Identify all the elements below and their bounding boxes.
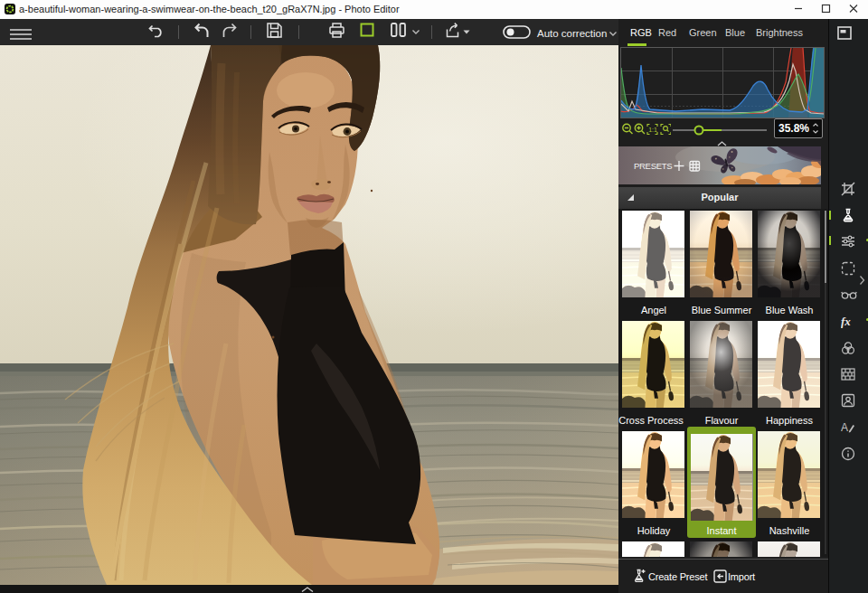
svg-text:1:1: 1:1 xyxy=(648,127,657,133)
svg-text:fx: fx xyxy=(841,315,851,328)
svg-text:PRESETS: PRESETS xyxy=(634,161,672,171)
svg-text:A: A xyxy=(841,421,848,434)
